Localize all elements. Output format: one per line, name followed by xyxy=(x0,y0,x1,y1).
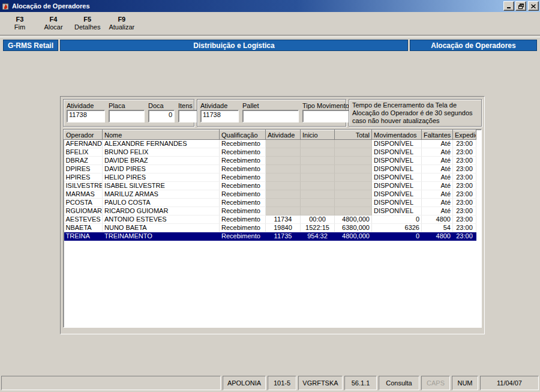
cell-total xyxy=(335,199,372,207)
cell-atividade xyxy=(266,182,301,190)
toolbar-key-f5: F5 xyxy=(74,16,100,23)
cell-qualificacao: Recebimento xyxy=(220,157,266,165)
cell-total xyxy=(335,165,372,173)
pallet-atividade-input[interactable]: 11738 xyxy=(200,110,239,122)
cell-movimentados: DISPONÍVEL xyxy=(372,148,422,157)
column-header-total[interactable]: Total xyxy=(335,130,372,140)
cell-expediente: 23:00 xyxy=(453,224,476,232)
pallet-input[interactable] xyxy=(242,110,299,122)
cell-movimentados: 0 xyxy=(372,232,422,241)
cell-nome: DAVID PIRES xyxy=(103,165,220,173)
tipo-movimento-input[interactable] xyxy=(302,110,352,122)
close-button[interactable] xyxy=(528,1,539,11)
cell-nome: DAVIDE BRAZ xyxy=(103,157,220,165)
cell-nome: BRUNO FELIX xyxy=(103,148,220,157)
cell-qualificacao: Recebimento xyxy=(220,182,266,190)
cell-qualificacao: Recebimento xyxy=(220,140,266,148)
toolbar-button-fim[interactable]: F3 Fim xyxy=(5,14,35,32)
cell-movimentados: 0 xyxy=(372,216,422,224)
cell-movimentados: DISPONÍVEL xyxy=(372,165,422,173)
pallet-groupbox: Atividade 11738 Pallet Tipo Movimento xyxy=(197,99,346,127)
cell-movimentados: DISPONÍVEL xyxy=(372,182,422,190)
atividade-label: Atividade xyxy=(67,102,105,109)
table-row[interactable]: TREINATREINAMENTORecebimento11735954:324… xyxy=(64,232,476,241)
cell-qualificacao: Recebimento xyxy=(220,232,266,241)
cell-operador: HPIRES xyxy=(64,173,103,182)
column-header-operador[interactable]: Operador xyxy=(64,130,103,140)
cell-total: 4800,000 xyxy=(335,216,372,224)
cell-total xyxy=(335,157,372,165)
titlebar: Alocação de Operadores xyxy=(0,0,540,12)
cell-inicio xyxy=(301,148,335,157)
cell-atividade xyxy=(266,207,301,216)
atividade-input[interactable]: 11738 xyxy=(67,110,105,122)
cell-expediente: 23:00 xyxy=(453,182,476,190)
cell-operador: MARMAS xyxy=(64,190,103,199)
table-row[interactable]: PCOSTAPAULO COSTARecebimentoDISPONÍVELAt… xyxy=(64,199,476,207)
cell-movimentados: DISPONÍVEL xyxy=(372,157,422,165)
tipo-movimento-label: Tipo Movimento xyxy=(302,102,352,109)
cell-faltantes: Até xyxy=(422,199,453,207)
cell-operador: PCOSTA xyxy=(64,199,103,207)
column-header-expediente[interactable]: Expediente xyxy=(453,130,476,140)
cell-atividade: 11734 xyxy=(266,216,301,224)
cell-faltantes: 4800 xyxy=(422,232,453,241)
statusbar-mode: Consulta xyxy=(379,376,419,390)
table-row[interactable]: DBRAZDAVIDE BRAZRecebimentoDISPONÍVELAté… xyxy=(64,157,476,165)
column-header-movimentados[interactable]: Movimentados xyxy=(372,130,422,140)
header-brand: G-RMS Retail xyxy=(3,40,58,51)
operator-grid: OperadorNomeQualificaçãoAtividadeInicioT… xyxy=(64,130,476,241)
table-row[interactable]: DPIRESDAVID PIRESRecebimentoDISPONÍVELAt… xyxy=(64,165,476,173)
timeout-notice-groupbox: Tempo de Encerramento da Tela de Alocaçã… xyxy=(349,99,482,127)
cell-total xyxy=(335,182,372,190)
cell-inicio xyxy=(301,140,335,148)
table-row[interactable]: AFERNANDESALEXANDRE FERNANDESRecebimento… xyxy=(64,140,476,148)
cell-atividade xyxy=(266,157,301,165)
cell-total xyxy=(335,190,372,199)
cell-movimentados: DISPONÍVEL xyxy=(372,207,422,216)
column-header-faltantes[interactable]: Faltantes xyxy=(422,130,453,140)
cell-inicio: 1522:15 xyxy=(301,224,335,232)
column-header-qualificacao[interactable]: Qualificação xyxy=(220,130,266,140)
cell-inicio: 954:32 xyxy=(301,232,335,241)
cell-total xyxy=(335,173,372,182)
table-row[interactable]: HPIRESHELIO PIRESRecebimentoDISPONÍVELAt… xyxy=(64,173,476,182)
column-header-inicio[interactable]: Inicio xyxy=(301,130,335,140)
toolbar-label-alocar: Alocar xyxy=(41,23,66,31)
header-module-title: Distribuição e Logística xyxy=(60,40,408,51)
table-row[interactable]: RGUIOMARRICARDO GUIOMARRecebimentoDISPON… xyxy=(64,207,476,216)
cell-nome: RICARDO GUIOMAR xyxy=(103,207,220,216)
table-row[interactable]: NBAETANUNO BAETARecebimento198401522:156… xyxy=(64,224,476,232)
cell-operador: TREINA xyxy=(64,232,103,241)
cell-total: 6380,000 xyxy=(335,224,372,232)
table-row[interactable]: BFELIXBRUNO FELIXRecebimentoDISPONÍVELAt… xyxy=(64,148,476,157)
pallet-field-group: Pallet xyxy=(242,102,299,124)
toolbar-button-detalhes[interactable]: F5 Detalhes xyxy=(72,14,103,32)
minimize-button[interactable] xyxy=(503,1,514,11)
column-header-atividade[interactable]: Atividade xyxy=(266,130,301,140)
cell-nome: HELIO PIRES xyxy=(103,173,220,182)
cell-expediente: 23:00 xyxy=(453,190,476,199)
table-row[interactable]: ISILVESTREISABEL SILVESTRERecebimentoDIS… xyxy=(64,182,476,190)
table-row[interactable]: AESTEVESANTONIO ESTEVESRecebimento117340… xyxy=(64,216,476,224)
doca-input[interactable]: 0 xyxy=(148,110,175,122)
cell-qualificacao: Recebimento xyxy=(220,199,266,207)
statusbar-version: 56.1.1 xyxy=(344,376,377,390)
pallet-atividade-label: Atividade xyxy=(200,102,239,109)
cell-operador: AFERNANDES xyxy=(64,140,103,148)
content-panel: Atividade 11738 Placa Doca 0 Itens 0 xyxy=(60,96,485,334)
placa-label: Placa xyxy=(109,102,145,109)
table-row[interactable]: MARMASMARILUZ ARMASRecebimentoDISPONÍVEL… xyxy=(64,190,476,199)
activity-groupbox: Atividade 11738 Placa Doca 0 Itens 0 xyxy=(63,99,194,127)
toolbar-button-alocar[interactable]: F4 Alocar xyxy=(38,14,68,32)
column-header-nome[interactable]: Nome xyxy=(103,130,220,140)
cell-operador: ISILVESTRE xyxy=(64,182,103,190)
cell-total xyxy=(335,140,372,148)
toolbar-key-f4: F4 xyxy=(41,16,66,23)
pallet-label: Pallet xyxy=(242,102,299,109)
toolbar-button-atualizar[interactable]: F9 Atualizar xyxy=(106,14,137,32)
cell-atividade: 19840 xyxy=(266,224,301,232)
placa-input[interactable] xyxy=(109,110,145,122)
toolbar-key-f3: F3 xyxy=(7,16,32,23)
restore-button[interactable] xyxy=(515,1,526,11)
